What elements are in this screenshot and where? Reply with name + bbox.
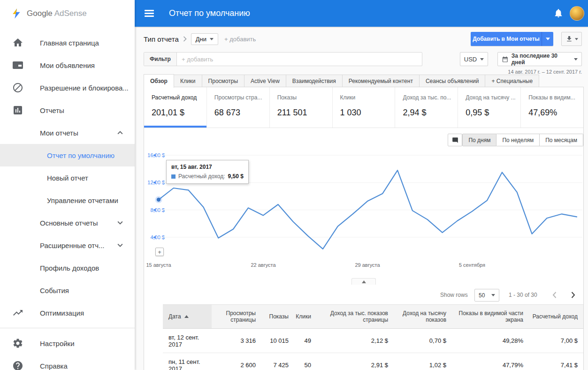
metric-card-impressions[interactable]: Показы 211 501 bbox=[270, 87, 333, 128]
cell-page-rpm: 2,12 $ bbox=[317, 329, 394, 353]
table-row[interactable]: пн, 11 сент. 2017 2 600 7 425 50 2,91 $ … bbox=[163, 353, 583, 370]
caret-down-icon bbox=[491, 294, 495, 296]
add-dimension-button[interactable]: + добавить bbox=[224, 36, 256, 43]
currency-dropdown[interactable]: USD bbox=[460, 52, 488, 66]
add-to-my-reports-button[interactable]: Добавить в Мои отчеты bbox=[471, 32, 553, 46]
currency-value: USD bbox=[464, 56, 477, 63]
tab-label: Просмотры bbox=[208, 78, 238, 84]
comment-icon bbox=[452, 137, 458, 143]
report-type-label: Тип отчета bbox=[144, 35, 179, 43]
metric-cards: Расчетный доход 201,01 $ Просмотры стра.… bbox=[144, 87, 583, 128]
granularity-by-week[interactable]: По неделям bbox=[496, 134, 540, 146]
series-color-swatch bbox=[171, 174, 176, 179]
home-icon bbox=[12, 37, 23, 48]
sidebar-item-new-report[interactable]: Новый отчет bbox=[0, 166, 135, 189]
sidebar-item-events[interactable]: События bbox=[0, 279, 135, 302]
tooltip-series-label: Расчетный доход: bbox=[178, 173, 225, 180]
cell-impression-rpm: 0,70 $ bbox=[394, 329, 452, 353]
chevron-right-icon bbox=[183, 36, 187, 42]
sidebar-item-reports[interactable]: Отчеты bbox=[0, 99, 135, 121]
metric-label: Клики bbox=[340, 94, 388, 101]
column-header-date[interactable]: Дата bbox=[163, 305, 212, 328]
tab-ad-sessions[interactable]: Сеансы объявлений bbox=[420, 75, 486, 87]
metric-card-page-views[interactable]: Просмотры стра... 68 673 bbox=[207, 87, 270, 128]
download-icon bbox=[565, 35, 573, 43]
column-header-clicks[interactable]: Клики bbox=[294, 305, 317, 328]
metric-value: 201,01 $ bbox=[152, 108, 199, 118]
column-header-impression-rpm[interactable]: Доход на тысячу показов bbox=[394, 305, 452, 328]
date-range-picker[interactable]: За последние 30 дней bbox=[497, 52, 582, 66]
column-header-earnings[interactable]: Расчетный доход bbox=[529, 305, 583, 328]
x-axis-tick-label: 5 сентября bbox=[457, 262, 487, 268]
collapse-chart-button[interactable] bbox=[351, 278, 376, 285]
filter-input[interactable] bbox=[177, 53, 422, 66]
sidebar-item-manage-reports[interactable]: Управление отчетами bbox=[0, 189, 135, 211]
metric-card-viewability[interactable]: Показы в видим... 47,69% bbox=[521, 87, 583, 128]
add-to-my-reports-dropdown[interactable] bbox=[542, 32, 553, 46]
metric-card-impression-rpm[interactable]: Доход на тысячу ... 0,95 $ bbox=[458, 87, 521, 128]
granularity-label: По неделям bbox=[502, 137, 534, 143]
cell-earnings: 7,41 $ bbox=[529, 353, 583, 370]
metric-label: Расчетный доход bbox=[152, 94, 199, 101]
x-axis-tick-label: 22 августа bbox=[248, 262, 278, 268]
dimension-dropdown[interactable]: Дни bbox=[191, 33, 218, 45]
sidebar-item-help[interactable]: Справка bbox=[0, 355, 135, 370]
metric-label: Показы bbox=[277, 94, 325, 101]
sidebar-item-basic-reports[interactable]: Основные отчеты bbox=[0, 211, 135, 234]
tab-overview[interactable]: Обзор bbox=[144, 74, 174, 88]
column-label: Показы bbox=[269, 313, 289, 320]
tab-custom[interactable]: + Специальные bbox=[485, 75, 539, 87]
chart-tooltip: вт, 15 авг. 2017 Расчетный доход: 9,50 $ bbox=[166, 160, 249, 184]
breadcrumb: Тип отчета Дни + добавить bbox=[144, 32, 256, 45]
tab-recommended-content[interactable]: Рекомендуемый контент bbox=[343, 75, 420, 87]
tooltip-date: вт, 15 авг. 2017 bbox=[171, 164, 244, 170]
filter-label: Фильтр bbox=[144, 53, 177, 66]
tab-views[interactable]: Просмотры bbox=[202, 75, 244, 87]
sidebar-item-allow-block[interactable]: Разрешение и блокирова... bbox=[0, 76, 135, 99]
pagination-prev-button[interactable] bbox=[548, 288, 561, 302]
column-header-page-views[interactable]: Просмотры страницы bbox=[212, 305, 261, 328]
dimension-value: Дни bbox=[196, 36, 206, 43]
cell-earnings: 7,00 $ bbox=[529, 329, 583, 353]
table-row[interactable]: вт, 12 сент. 2017 3 316 10 015 49 2,12 $… bbox=[163, 329, 583, 353]
sidebar-item-my-reports[interactable]: Мои отчеты bbox=[0, 121, 135, 144]
sidebar-item-advanced-reports[interactable]: Расширенные отч... bbox=[0, 234, 135, 257]
zoom-in-icon[interactable]: + bbox=[155, 248, 164, 256]
sidebar-item-optimization[interactable]: Оптимизация bbox=[0, 302, 135, 324]
metric-value: 68 673 bbox=[214, 108, 262, 118]
sidebar-item-my-ads[interactable]: Мои объявления bbox=[0, 54, 135, 76]
logo-text-adsense: AdSense bbox=[54, 9, 87, 18]
column-header-viewability[interactable]: Показы в видимой части экрана bbox=[452, 305, 529, 328]
column-header-impressions[interactable]: Показы bbox=[261, 305, 294, 328]
x-axis-tick-label: 15 августа bbox=[144, 262, 174, 268]
sidebar-item-default-report[interactable]: Отчет по умолчанию bbox=[0, 144, 135, 166]
hamburger-menu-icon[interactable] bbox=[145, 8, 154, 19]
chevron-left-icon bbox=[552, 292, 557, 298]
granularity-by-month[interactable]: По месяцам bbox=[540, 134, 583, 146]
metric-card-clicks[interactable]: Клики 1 030 bbox=[333, 87, 396, 128]
tab-active-view[interactable]: Active View bbox=[244, 75, 286, 87]
column-header-page-rpm[interactable]: Доход за тыс. показов страницы bbox=[317, 305, 394, 328]
show-rows-label: Show rows bbox=[440, 292, 468, 298]
pagination-next-button[interactable] bbox=[566, 288, 580, 302]
sidebar-item-revenue-profile[interactable]: Профиль доходов bbox=[0, 257, 135, 279]
metric-card-estimated-earnings[interactable]: Расчетный доход 201,01 $ bbox=[144, 87, 207, 128]
pagination-range: 1 - 30 of 30 bbox=[509, 292, 537, 298]
sidebar-item-home[interactable]: Главная страница bbox=[0, 31, 135, 54]
tab-interactions[interactable]: Взаимодействия bbox=[286, 75, 343, 87]
help-icon bbox=[12, 360, 23, 370]
granularity-by-day[interactable]: По дням bbox=[462, 134, 496, 146]
column-label: Клики bbox=[296, 313, 311, 320]
avatar[interactable] bbox=[570, 6, 584, 21]
sidebar-item-label: Отчеты bbox=[0, 106, 64, 114]
tab-clicks[interactable]: Клики bbox=[174, 75, 202, 87]
export-download-button[interactable] bbox=[561, 32, 582, 46]
metric-card-page-rpm[interactable]: Доход за тыс. по... 2,94 $ bbox=[395, 87, 458, 128]
cell-date: вт, 12 сент. 2017 bbox=[163, 329, 212, 353]
topbar: Отчет по умолчанию bbox=[135, 0, 588, 27]
notifications-bell-icon[interactable] bbox=[553, 8, 564, 18]
add-to-my-reports-label: Добавить в Мои отчеты bbox=[471, 32, 542, 46]
sidebar-item-settings[interactable]: Настройки bbox=[0, 332, 135, 355]
chart-comment-button[interactable] bbox=[448, 134, 462, 146]
rows-per-page-dropdown[interactable]: 50 bbox=[474, 289, 499, 302]
